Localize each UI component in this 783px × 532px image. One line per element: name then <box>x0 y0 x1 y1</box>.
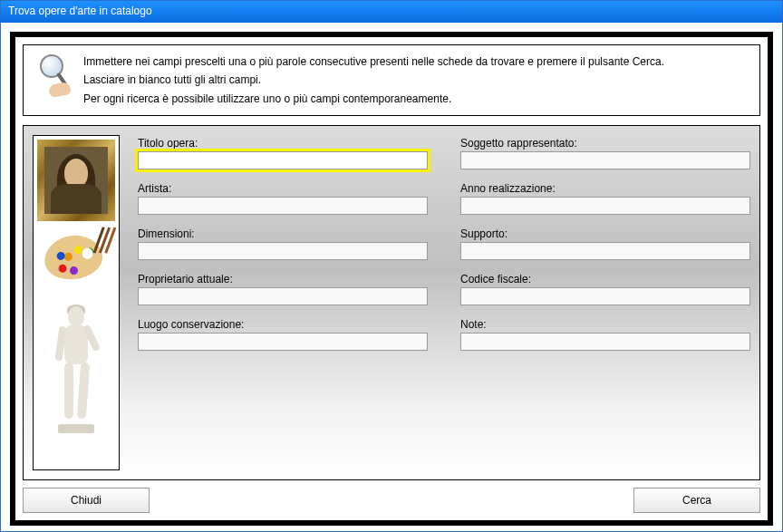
input-proprietario[interactable] <box>138 287 428 305</box>
close-button[interactable]: Chiudi <box>23 488 150 513</box>
window-body: Immettere nei campi prescelti una o più … <box>1 23 782 531</box>
label-anno: Anno realizzazione: <box>460 182 750 195</box>
instructions-text: Immettere nei campi prescelti una o più … <box>83 53 664 108</box>
label-supporto: Supporto: <box>460 227 750 240</box>
search-artwork-window: Trova opere d'arte in catalogo Immettere… <box>0 0 783 532</box>
input-titolo-opera[interactable] <box>138 151 428 169</box>
label-artista: Artista: <box>138 182 428 195</box>
input-note[interactable] <box>460 333 750 351</box>
label-note: Note: <box>460 318 750 331</box>
field-titolo-opera: Titolo opera: <box>138 137 428 169</box>
window-title: Trova opere d'arte in catalogo <box>8 5 152 17</box>
david-statue-icon <box>37 294 115 439</box>
label-proprietario: Proprietario attuale: <box>138 273 428 285</box>
palette-icon <box>37 227 115 288</box>
instructions-box: Immettere nei campi prescelti una o più … <box>23 44 760 116</box>
input-soggetto[interactable] <box>460 151 750 169</box>
input-anno[interactable] <box>460 197 750 215</box>
input-artista[interactable] <box>138 197 428 215</box>
field-soggetto: Soggetto rappresentato: <box>460 137 750 169</box>
mona-lisa-icon <box>37 140 115 221</box>
label-titolo-opera: Titolo opera: <box>138 137 428 150</box>
label-dimensioni: Dimensioni: <box>138 227 428 240</box>
field-dimensioni: Dimensioni: <box>138 227 428 260</box>
field-luogo: Luogo conservazione: <box>138 318 428 351</box>
label-codice-fiscale: Codice fiscale: <box>460 273 750 285</box>
content-frame: Immettere nei campi prescelti una o più … <box>10 32 773 526</box>
input-dimensioni[interactable] <box>138 242 428 260</box>
instructions-line: Immettere nei campi prescelti una o più … <box>83 53 664 71</box>
field-note: Note: <box>460 318 750 351</box>
window-titlebar: Trova opere d'arte in catalogo <box>1 1 782 23</box>
artwork-thumbnails-strip <box>33 135 120 470</box>
input-luogo[interactable] <box>138 333 428 351</box>
input-codice-fiscale[interactable] <box>460 287 750 305</box>
label-soggetto: Soggetto rappresentato: <box>460 137 750 150</box>
label-luogo: Luogo conservazione: <box>138 318 428 331</box>
search-form-box: Titolo opera: Soggetto rappresentato: Ar… <box>23 125 760 480</box>
search-form: Titolo opera: Soggetto rappresentato: Ar… <box>138 135 750 470</box>
instructions-line: Lasciare in bianco tutti gli altri campi… <box>83 71 664 89</box>
field-codice-fiscale: Codice fiscale: <box>460 273 750 305</box>
field-supporto: Supporto: <box>460 227 750 260</box>
instructions-line: Per ogni ricerca è possibile utilizzare … <box>83 90 664 108</box>
magnifier-icon <box>33 53 72 102</box>
input-supporto[interactable] <box>460 242 750 260</box>
search-button[interactable]: Cerca <box>633 488 760 513</box>
field-proprietario: Proprietario attuale: <box>138 273 428 305</box>
field-artista: Artista: <box>138 182 428 215</box>
button-row: Chiudi Cerca <box>23 488 760 513</box>
field-anno: Anno realizzazione: <box>460 182 750 215</box>
